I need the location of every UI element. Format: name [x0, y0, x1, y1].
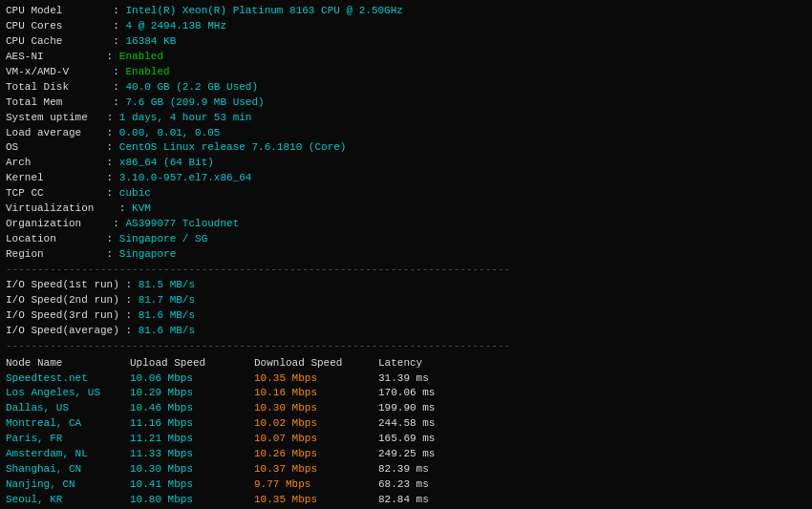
io-speeds: I/O Speed(1st run) : 81.5 MB/s I/O Speed… — [6, 278, 806, 339]
cell-upload: 11.21 Mbps — [130, 432, 254, 447]
uptime-line: System uptime : 1 days, 4 hour 53 min — [6, 111, 806, 126]
cell-latency: 31.39 ms — [378, 371, 474, 387]
location-value: Singapore / SG — [119, 233, 207, 244]
separator-1: ----------------------------------------… — [6, 263, 806, 278]
speed-table: Node Name Upload Speed Download Speed La… — [6, 356, 474, 509]
cell-upload: 10.06 Mbps — [130, 371, 254, 387]
cell-latency: 68.23 ms — [378, 477, 474, 493]
cpu-cache-line: CPU Cache : 16384 KB — [6, 34, 806, 50]
cell-node: Paris, FR — [6, 432, 130, 447]
org-value: AS399077 Tcloudnet — [125, 218, 239, 229]
cell-download: 9.77 Mbps — [254, 477, 378, 493]
cell-node: Montreal, CA — [6, 416, 130, 432]
kernel-value: 3.10.0-957.el7.x86_64 — [119, 172, 252, 183]
uptime-label: System uptime — [6, 112, 88, 123]
cell-upload: 10.41 Mbps — [130, 477, 254, 493]
vm-line: VM-x/AMD-V : Enabled — [6, 65, 806, 80]
io-avg-value: 81.6 MB/s — [139, 325, 195, 336]
total-mem-value: 7.6 GB (209.9 MB Used) — [125, 96, 264, 108]
cell-upload: 11.16 Mbps — [130, 416, 254, 432]
table-header-row: Node Name Upload Speed Download Speed La… — [6, 356, 474, 371]
cell-download: 10.07 Mbps — [254, 432, 378, 447]
tcp-cc-line: TCP CC : cubic — [6, 186, 806, 201]
cell-upload: 10.46 Mbps — [130, 401, 254, 416]
cell-node: Los Angeles, US — [6, 386, 130, 401]
aes-ni-label: AES-NI — [6, 51, 44, 62]
os-value: CentOS Linux release 7.6.1810 (Core) — [119, 141, 347, 153]
table-row: Paris, FR11.21 Mbps10.07 Mbps165.69 ms — [6, 432, 474, 447]
load-avg-line: Load average : 0.00, 0.01, 0.05 — [6, 126, 806, 141]
cpu-cores-value: 4 @ 2494.138 MHz — [125, 20, 226, 32]
cell-download: 10.02 Mbps — [254, 416, 378, 432]
cell-node: Nanjing, CN — [6, 477, 130, 493]
vm-value: Enabled — [125, 66, 169, 77]
cell-upload: 10.80 Mbps — [130, 493, 254, 508]
io-avg-line: I/O Speed(average) : 81.6 MB/s — [6, 324, 806, 339]
virt-value: KVM — [132, 202, 151, 214]
table-row: Montreal, CA11.16 Mbps10.02 Mbps244.58 m… — [6, 416, 474, 432]
io-run1-value: 81.5 MB/s — [139, 279, 195, 290]
cell-upload: 11.33 Mbps — [130, 447, 254, 462]
table-row: Amsterdam, NL11.33 Mbps10.26 Mbps249.25 … — [6, 447, 474, 462]
location-label: Location — [6, 233, 56, 244]
load-avg-value: 0.00, 0.01, 0.05 — [119, 127, 221, 138]
org-line: Organization : AS399077 Tcloudnet — [6, 217, 806, 232]
header-download: Download Speed — [254, 356, 378, 371]
header-node: Node Name — [6, 356, 130, 371]
cpu-model-label: CPU Model — [6, 5, 62, 16]
table-row: Seoul, KR10.80 Mbps10.35 Mbps82.84 ms — [6, 493, 474, 508]
io-run3-label: I/O Speed(3rd run) — [6, 309, 119, 321]
cell-latency: 82.84 ms — [378, 493, 474, 508]
location-line: Location : Singapore / SG — [6, 232, 806, 247]
cpu-cores-line: CPU Cores : 4 @ 2494.138 MHz — [6, 19, 806, 34]
arch-line: Arch : x86_64 (64 Bit) — [6, 156, 806, 171]
cpu-model-line: CPU Model : Intel(R) Xeon(R) Platinum 81… — [6, 4, 806, 19]
cell-download: 10.26 Mbps — [254, 447, 378, 462]
cell-latency: 82.39 ms — [378, 462, 474, 477]
cell-node: Shanghai, CN — [6, 462, 130, 477]
io-run2-label: I/O Speed(2nd run) — [6, 294, 119, 306]
kernel-line: Kernel : 3.10.0-957.el7.x86_64 — [6, 171, 806, 186]
table-row: Dallas, US10.46 Mbps10.30 Mbps199.90 ms — [6, 401, 474, 416]
cell-latency: 165.69 ms — [378, 432, 474, 447]
cpu-cores-label: CPU Cores — [6, 20, 62, 32]
org-label: Organization — [6, 218, 81, 229]
region-value: Singapore — [119, 248, 176, 260]
header-latency: Latency — [378, 356, 474, 371]
cell-upload: 10.30 Mbps — [130, 462, 254, 477]
uptime-value: 1 days, 4 hour 53 min — [119, 112, 252, 123]
load-avg-label: Load average — [6, 127, 81, 138]
cell-latency: 244.58 ms — [378, 416, 474, 432]
total-mem-label: Total Mem — [6, 96, 62, 108]
io-avg-label: I/O Speed(average) — [6, 325, 119, 336]
cell-download: 10.35 Mbps — [254, 493, 378, 508]
virt-line: Virtualization : KVM — [6, 201, 806, 217]
tcp-cc-value: cubic — [119, 187, 151, 199]
os-label: OS — [6, 141, 18, 153]
cell-latency: 199.90 ms — [378, 401, 474, 416]
cell-node: Seoul, KR — [6, 493, 130, 508]
vm-label: VM-x/AMD-V — [6, 66, 69, 77]
io-run1-line: I/O Speed(1st run) : 81.5 MB/s — [6, 278, 806, 293]
io-run2-line: I/O Speed(2nd run) : 81.7 MB/s — [6, 293, 806, 308]
tcp-cc-label: TCP CC — [6, 187, 44, 199]
cell-node: Amsterdam, NL — [6, 447, 130, 462]
io-run3-value: 81.6 MB/s — [139, 309, 195, 321]
cell-download: 10.37 Mbps — [254, 462, 378, 477]
cell-download: 10.30 Mbps — [254, 401, 378, 416]
virt-label: Virtualization — [6, 202, 94, 214]
io-run1-label: I/O Speed(1st run) — [6, 279, 119, 290]
cpu-cache-value: 16384 KB — [125, 35, 176, 47]
total-disk-label: Total Disk — [6, 81, 69, 93]
io-run2-value: 81.7 MB/s — [139, 294, 195, 306]
separator-2: ----------------------------------------… — [6, 339, 806, 354]
arch-value: x86_64 (64 Bit) — [119, 157, 214, 168]
header-upload: Upload Speed — [130, 356, 254, 371]
aes-ni-value: Enabled — [119, 51, 163, 62]
os-line: OS : CentOS Linux release 7.6.1810 (Core… — [6, 140, 806, 156]
cell-upload: 10.29 Mbps — [130, 386, 254, 401]
system-info: CPU Model : Intel(R) Xeon(R) Platinum 81… — [6, 4, 806, 263]
speed-table-container: Node Name Upload Speed Download Speed La… — [6, 356, 806, 509]
cell-download: 10.35 Mbps — [254, 371, 378, 387]
cell-download: 10.16 Mbps — [254, 386, 378, 401]
